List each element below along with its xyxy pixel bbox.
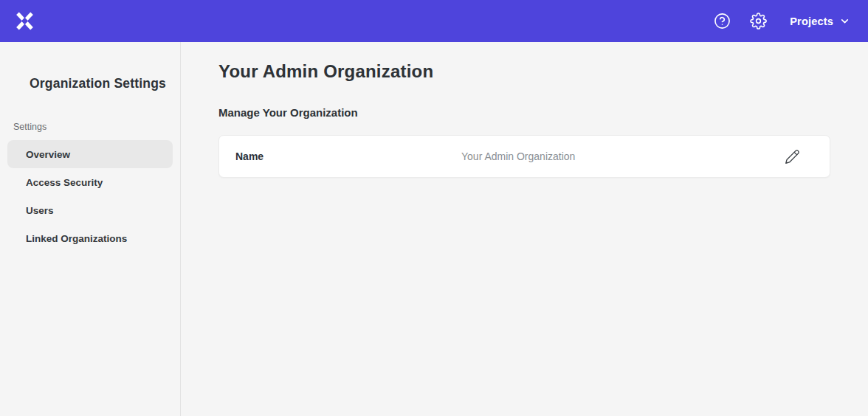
- sidebar-item-access-security[interactable]: Access Security: [7, 168, 173, 196]
- help-button[interactable]: [714, 13, 731, 30]
- projects-menu[interactable]: Projects: [790, 15, 850, 27]
- topbar-actions: Projects: [714, 13, 850, 30]
- brand-x-logo-icon: [15, 12, 35, 30]
- sidebar-nav: Overview Access Security Users Linked Or…: [0, 140, 180, 252]
- settings-button[interactable]: [750, 13, 767, 30]
- name-field-card: Name Your Admin Organization: [218, 135, 830, 178]
- chevron-down-icon: [840, 16, 850, 26]
- sidebar-item-linked-organizations[interactable]: Linked Organizations: [7, 224, 173, 252]
- name-field-label: Name: [235, 150, 461, 162]
- brand-logo[interactable]: [15, 12, 35, 30]
- sidebar-item-label: Users: [26, 205, 54, 216]
- help-circle-icon: [714, 13, 731, 30]
- top-navigation-bar: Projects: [0, 0, 868, 42]
- sidebar-title: Organization Settings: [30, 76, 180, 91]
- name-field-value: Your Admin Organization: [461, 150, 785, 162]
- edit-name-button[interactable]: [785, 149, 800, 164]
- gear-icon: [750, 13, 767, 30]
- sidebar-item-label: Linked Organizations: [26, 233, 127, 244]
- page-title: Your Admin Organization: [218, 61, 830, 82]
- projects-label: Projects: [790, 15, 833, 27]
- section-title: Manage Your Organization: [218, 106, 830, 119]
- sidebar-item-label: Overview: [26, 149, 70, 160]
- sidebar-section-label: Settings: [13, 122, 180, 132]
- sidebar-item-users[interactable]: Users: [7, 196, 173, 224]
- app-body: Organization Settings Settings Overview …: [0, 42, 868, 416]
- sidebar: Organization Settings Settings Overview …: [0, 42, 181, 416]
- main-content: Your Admin Organization Manage Your Orga…: [181, 42, 868, 416]
- sidebar-item-label: Access Security: [26, 177, 103, 188]
- pencil-icon: [785, 149, 800, 164]
- sidebar-item-overview[interactable]: Overview: [7, 140, 173, 168]
